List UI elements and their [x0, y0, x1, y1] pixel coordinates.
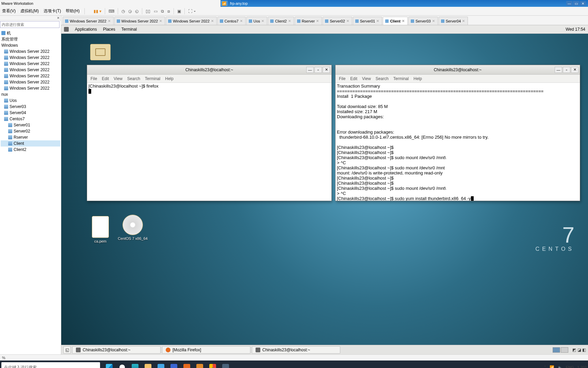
sidebar-search[interactable]: 内容进行搜索	[0, 21, 60, 28]
close-icon[interactable]: ✕	[580, 1, 586, 6]
tree-vm[interactable]: Windows Server 2022	[1, 85, 60, 91]
vm-tab[interactable]: Centos7✕	[217, 17, 246, 25]
close-icon[interactable]: ✕	[462, 19, 465, 23]
terminal-window-left[interactable]: Chinaskills23@localhost:~ — ▫ ✕ File Edi…	[87, 65, 332, 201]
vm-tab[interactable]: Rserver✕	[295, 17, 322, 25]
close-icon[interactable]: ✕	[288, 19, 291, 23]
fullscreen-icon[interactable]: ⛶ ▾	[188, 9, 195, 14]
desktop-cd-icon[interactable]: CentOS 7 x86_64	[117, 215, 148, 241]
desktop-file-capem[interactable]: ca.pem	[85, 216, 116, 243]
close-icon[interactable]: ✕	[402, 19, 405, 23]
close-icon[interactable]: ✕	[323, 67, 330, 73]
menu-edit[interactable]: Edit	[350, 76, 357, 81]
unity-icon[interactable]: ▣	[177, 9, 181, 14]
menu-terminal[interactable]: Terminal	[145, 76, 160, 81]
gnome-applications-icon[interactable]	[64, 27, 69, 32]
layout4-icon[interactable]: ⧈	[167, 9, 170, 14]
menu-tabs[interactable]: 选项卡(T)	[44, 8, 61, 14]
extra-app-icon[interactable]	[220, 362, 231, 368]
gnome-clock[interactable]: Wed 17:54	[566, 27, 585, 32]
tray-wifi-icon[interactable]: 📶	[550, 365, 554, 368]
tray-volume-icon[interactable]: 🔈	[558, 365, 562, 368]
file-explorer-icon[interactable]	[142, 362, 154, 368]
taskbar-terminal-2[interactable]: Chinaskills23@localhost:~	[252, 346, 340, 354]
layout2-icon[interactable]: ▭	[154, 9, 158, 14]
tree-root[interactable]: 机	[1, 30, 60, 36]
menu-file[interactable]: File	[339, 76, 345, 81]
terminal-window-right[interactable]: Chinaskills23@localhost:~ — ▫ ✕ File Edi…	[335, 65, 580, 201]
menu-view[interactable]: View	[114, 76, 122, 81]
tray-chevron-icon[interactable]: ˄	[544, 365, 546, 368]
vm-tab[interactable]: Server01✕	[353, 17, 382, 25]
menu-vm[interactable]: 虚拟机(M)	[20, 8, 39, 14]
send-ctrl-alt-del-icon[interactable]: ⌨	[109, 9, 114, 14]
layout1-icon[interactable]: ▯▯	[146, 9, 150, 14]
tree-vm[interactable]: Uos	[1, 97, 60, 104]
windows-search-input[interactable]: 在此键入进行搜索	[1, 362, 100, 368]
close-icon[interactable]: ✕	[159, 19, 162, 23]
close-icon[interactable]: ✕	[432, 19, 435, 23]
cortana-icon[interactable]	[116, 362, 128, 368]
gnome-terminal[interactable]: Terminal	[121, 27, 137, 32]
tray-ime[interactable]: ENG	[566, 365, 574, 368]
tree-group-nux[interactable]: nux	[1, 91, 60, 97]
tree-vm[interactable]: Windows Server 2022	[1, 67, 60, 73]
close-icon[interactable]: ✕	[261, 19, 264, 23]
tree-vm[interactable]: Server02	[1, 128, 60, 134]
tree-vm[interactable]: Windows Server 2022	[1, 55, 60, 61]
pause-icon[interactable]: ▮▮ ▾	[94, 9, 101, 14]
tree-vm-client[interactable]: Client	[1, 140, 60, 147]
tray-clock[interactable]: 1 202	[577, 365, 587, 368]
vm-tab[interactable]: Windows Server 2022✕	[166, 17, 217, 25]
maximize-icon[interactable]: ▫	[563, 67, 570, 73]
menu-edit[interactable]: Edit	[102, 76, 109, 81]
tree-vm[interactable]: Windows Server 2022	[1, 79, 60, 85]
close-icon[interactable]: ✕	[316, 19, 319, 23]
close-icon[interactable]: ✕	[211, 19, 214, 23]
menu-help[interactable]: Help	[165, 76, 174, 81]
start-button[interactable]	[103, 362, 115, 368]
maximize-icon[interactable]: ▫	[314, 67, 322, 73]
tree-vm[interactable]: Client2	[1, 147, 60, 153]
app-icon[interactable]	[168, 362, 180, 368]
close-icon[interactable]: ✕	[108, 19, 111, 23]
terminal-titlebar[interactable]: Chinaskills23@localhost:~ — ▫ ✕	[336, 65, 580, 75]
terminal-body[interactable]: Transaction Summary ====================…	[336, 83, 580, 201]
show-desktop-icon[interactable]: ◱	[63, 346, 71, 354]
vm-tab[interactable]: Windows Server 2022✕	[114, 17, 165, 25]
taskbar-terminal-1[interactable]: Chinaskills23@localhost:~	[72, 346, 161, 354]
tree-vm[interactable]: Centos7	[1, 116, 60, 122]
vm-tab[interactable]: Client✕	[383, 17, 408, 25]
tree-vm[interactable]: Windows Server 2022	[1, 73, 60, 79]
desktop-home-folder-icon[interactable]	[85, 44, 116, 62]
vm-tab[interactable]: Uos✕	[246, 17, 267, 25]
tree-group-sys[interactable]: 系统管理	[1, 36, 60, 42]
gnome-applications[interactable]: Applications	[75, 27, 97, 32]
minimize-icon[interactable]: —	[306, 67, 314, 73]
menu-view[interactable]: 查看(V)	[2, 8, 16, 14]
vm-tab[interactable]: Server02✕	[323, 17, 352, 25]
close-icon[interactable]: ✕	[376, 19, 379, 23]
menu-search[interactable]: Search	[127, 76, 140, 81]
minimize-icon[interactable]: —	[555, 67, 562, 73]
snapshot-manager-icon[interactable]: ◶	[128, 9, 132, 14]
firefox-icon[interactable]	[181, 362, 193, 368]
menu-help[interactable]: 帮助(H)	[66, 8, 80, 14]
layout3-icon[interactable]: ⧉	[161, 9, 164, 14]
tree-vm[interactable]: Rserver	[1, 134, 60, 140]
menu-help[interactable]: Help	[413, 76, 422, 81]
menu-view[interactable]: View	[362, 76, 371, 81]
close-icon[interactable]: ✕	[346, 19, 349, 23]
tree-vm[interactable]: Windows Server 2022	[1, 61, 60, 67]
close-icon[interactable]: ✕	[55, 16, 61, 20]
maximize-icon[interactable]: ▭	[573, 1, 579, 6]
guest-desktop[interactable]: Applications Places Terminal Wed 17:54 c…	[61, 25, 588, 354]
tree-vm[interactable]: Server01	[1, 122, 60, 128]
chrome-icon[interactable]	[207, 362, 218, 368]
edge-icon[interactable]	[129, 362, 141, 368]
vm-tab[interactable]: Server04✕	[439, 17, 468, 25]
vmware-icon[interactable]	[194, 362, 206, 368]
gnome-places[interactable]: Places	[103, 27, 115, 32]
tree-vm[interactable]: Server03	[1, 104, 60, 110]
vm-tab[interactable]: Windows Server 2022✕	[63, 17, 114, 25]
